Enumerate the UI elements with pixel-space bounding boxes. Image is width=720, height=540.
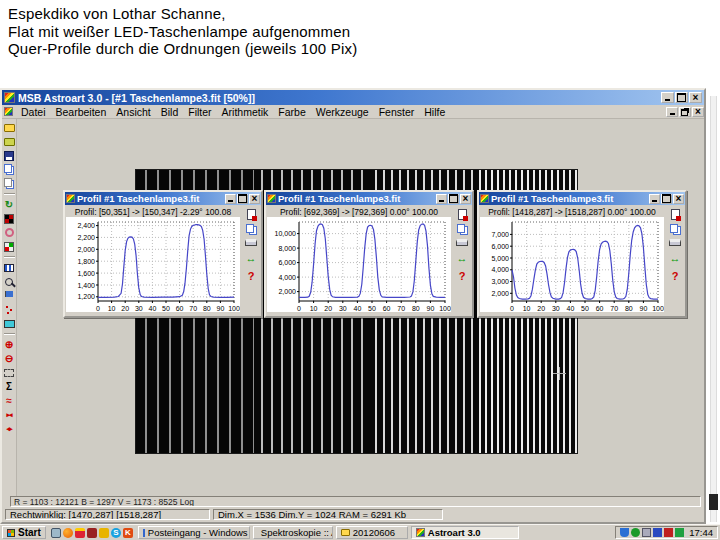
flag-icon[interactable] [3, 289, 16, 302]
show-desktop-icon[interactable] [51, 528, 61, 538]
horizontal-scale-icon[interactable]: ↔ [246, 252, 257, 264]
firefox-icon[interactable] [63, 528, 73, 538]
paste-icon[interactable] [3, 177, 16, 190]
start-button[interactable]: Start [2, 526, 46, 539]
menu-bearbeiten[interactable]: Bearbeiten [51, 106, 112, 118]
taskbar-button-folder[interactable]: 20120606 [336, 526, 408, 539]
taskbar-button-posteingang[interactable]: Posteingang - Windows ... [138, 526, 250, 539]
profile-icon[interactable]: ≈ [3, 394, 16, 407]
help-icon[interactable]: ? [672, 270, 679, 282]
minimize-button[interactable] [649, 194, 660, 204]
profile-chart: 01020304050607080901002,0003,0004,0005,0… [480, 217, 664, 312]
histogram-icon[interactable] [3, 261, 16, 274]
maximize-button[interactable] [448, 194, 459, 204]
svg-text:0: 0 [96, 305, 100, 312]
statistics-sigma-icon[interactable]: Σ [3, 380, 16, 393]
display-icon[interactable] [642, 528, 651, 537]
levels-icon[interactable] [3, 212, 16, 225]
menu-hilfe[interactable]: Hilfe [419, 106, 450, 118]
drive-icon[interactable] [75, 528, 85, 538]
maximize-button[interactable] [675, 92, 688, 103]
toolbar-separator [4, 193, 15, 195]
antivirus-icon[interactable] [664, 528, 673, 537]
export-icon[interactable] [247, 209, 256, 220]
menu-fenster[interactable]: Fenster [374, 106, 420, 118]
network-icon[interactable] [653, 528, 662, 537]
export-icon[interactable] [671, 209, 680, 220]
svg-text:20: 20 [121, 305, 129, 312]
enlarge-view-icon[interactable]: ◂▸ [3, 422, 16, 435]
taskbar-button-astroart[interactable]: Astroart 3.0 [411, 526, 519, 539]
copy-icon[interactable] [246, 224, 254, 233]
maximize-button[interactable] [661, 194, 672, 204]
close-button[interactable] [673, 194, 684, 204]
app-titlebar[interactable]: MSB Astroart 3.0 - [#1 Taschenlampe3.fit… [2, 90, 704, 105]
page-scrollbar-thumb[interactable] [709, 494, 718, 510]
svg-text:100: 100 [652, 305, 664, 312]
child-restore-button[interactable] [679, 107, 691, 117]
menu-filter[interactable]: Filter [183, 106, 216, 118]
profile-window-titlebar[interactable]: Profil #1 Taschenlampe3.fit [65, 192, 261, 205]
svg-text:10: 10 [310, 305, 318, 312]
minimize-button[interactable] [225, 194, 236, 204]
horizontal-scale-icon[interactable]: ↔ [670, 252, 681, 264]
mail-icon[interactable] [87, 528, 97, 538]
menu-bild[interactable]: Bild [156, 106, 184, 118]
save-icon[interactable] [3, 149, 16, 162]
svg-text:30: 30 [135, 305, 143, 312]
ellipse-icon[interactable] [3, 226, 16, 239]
help-icon[interactable]: ? [248, 270, 255, 282]
shield-icon[interactable] [620, 528, 629, 537]
refresh-icon[interactable]: ↻ [3, 198, 16, 211]
menu-bar: Datei Bearbeiten Ansicht Bild Filter Ari… [2, 105, 704, 119]
minimize-button[interactable] [661, 92, 674, 103]
menu-arithmetik[interactable]: Arithmetik [217, 106, 274, 118]
screenshot-root: Espekdiko von Lothar Schanne, Flat mit w… [0, 0, 720, 540]
close-button[interactable] [460, 194, 471, 204]
minimize-button[interactable] [436, 194, 447, 204]
star-detect-icon[interactable] [3, 303, 16, 316]
export-icon[interactable] [458, 209, 467, 220]
print-icon[interactable] [245, 239, 257, 246]
profile-window-titlebar[interactable]: Profil #1 Taschenlampe3.fit [266, 192, 472, 205]
magnifier-histogram-icon[interactable] [3, 275, 16, 288]
copy-icon[interactable] [3, 163, 16, 176]
child-minimize-button[interactable] [666, 107, 678, 117]
profile-window-titlebar[interactable]: Profil #1 Taschenlampe3.fit [479, 192, 685, 205]
close-button[interactable] [689, 92, 702, 103]
open-icon[interactable] [3, 121, 16, 134]
copy-icon[interactable] [457, 224, 465, 233]
irc-icon[interactable]: K [123, 528, 133, 538]
profile-window-2: Profil #1 Taschenlampe3.fit Profil: [692… [264, 190, 474, 318]
app-title: MSB Astroart 3.0 - [#1 Taschenlampe3.fit… [18, 92, 255, 104]
maximize-button[interactable] [237, 194, 248, 204]
zoom-in-icon[interactable]: ⊕ [3, 338, 16, 351]
color-adjust-icon[interactable] [3, 240, 16, 253]
child-close-button[interactable] [692, 107, 704, 117]
files-icon[interactable] [99, 528, 109, 538]
page-scrollbar[interactable] [710, 96, 717, 522]
close-button[interactable] [249, 194, 260, 204]
svg-text:100: 100 [228, 305, 240, 312]
help-icon[interactable]: ? [459, 270, 466, 282]
profile-toolbar: ↔ ? [452, 205, 472, 316]
svg-text:10: 10 [108, 305, 116, 312]
save-image-icon[interactable] [3, 135, 16, 148]
horizontal-scale-icon[interactable]: ↔ [457, 252, 468, 264]
svg-text:0: 0 [297, 305, 301, 312]
shrink-view-icon[interactable]: ▸◂ [3, 408, 16, 421]
select-region-icon[interactable] [3, 366, 16, 379]
menu-farbe[interactable]: Farbe [273, 106, 310, 118]
zoom-out-icon[interactable]: ⊖ [3, 352, 16, 365]
update-icon[interactable] [631, 528, 640, 537]
messenger-icon[interactable] [675, 528, 684, 537]
monitor-icon[interactable] [3, 317, 16, 330]
taskbar-button-spektroskopie[interactable]: Spektroskopie :: Antwort... [253, 526, 333, 539]
print-icon[interactable] [669, 239, 681, 246]
menu-ansicht[interactable]: Ansicht [111, 106, 155, 118]
menu-werkzeuge[interactable]: Werkzeuge [311, 106, 374, 118]
copy-icon[interactable] [670, 224, 678, 233]
menu-datei[interactable]: Datei [16, 106, 51, 118]
print-icon[interactable] [456, 239, 468, 246]
skype-icon[interactable]: S [111, 528, 121, 538]
